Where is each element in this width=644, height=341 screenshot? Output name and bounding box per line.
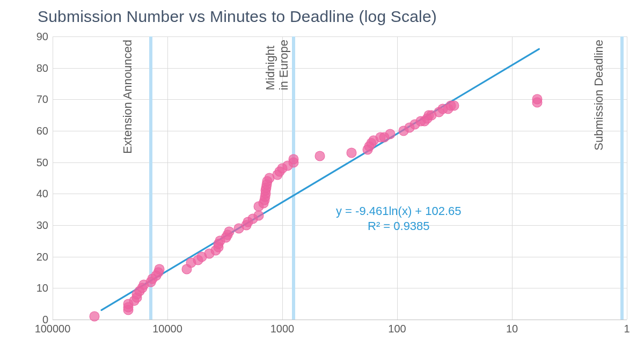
data-point — [449, 101, 459, 111]
y-axis-tick-label: 70 — [36, 93, 53, 106]
x-axis-tick-label: 1 — [624, 320, 630, 335]
chart-container: Submission Number vs Minutes to Deadline… — [0, 0, 644, 341]
gridline-vertical — [53, 36, 53, 320]
data-point — [90, 312, 100, 322]
chart-title: Submission Number vs Minutes to Deadline… — [38, 8, 437, 26]
annotation-label: Extension Announced — [121, 40, 134, 154]
gridline-vertical — [512, 36, 513, 320]
gridline-horizontal — [53, 257, 627, 257]
trend-equation-formula: y = -9.461ln(x) + 102.65 — [336, 204, 462, 219]
data-point — [224, 226, 235, 236]
data-point — [154, 264, 164, 275]
annotation-line — [620, 36, 624, 320]
gridline-horizontal — [53, 36, 627, 37]
x-axis-tick-label: 10000 — [152, 320, 182, 335]
gridline-horizontal — [53, 194, 627, 194]
annotation-label: Submission Deadline — [592, 40, 605, 151]
y-axis-tick-label: 10 — [36, 282, 53, 294]
gridline-vertical — [627, 36, 627, 320]
x-axis-tick-label: 100000 — [35, 320, 71, 335]
x-axis-tick-label: 10 — [506, 320, 518, 335]
y-axis-tick-label: 30 — [36, 219, 53, 232]
y-axis-tick-label: 80 — [36, 62, 53, 74]
annotation-line — [292, 36, 295, 320]
trendline — [53, 36, 627, 320]
gridline-vertical — [167, 36, 168, 320]
gridline-vertical — [397, 36, 398, 320]
data-point — [254, 211, 264, 221]
plot-area: Extension AnnouncedMidnightin EuropeSubm… — [53, 36, 627, 320]
gridline-horizontal — [53, 162, 627, 163]
y-axis-tick-label: 50 — [36, 156, 53, 168]
data-point — [288, 154, 298, 164]
gridline-horizontal — [53, 131, 627, 131]
y-axis-tick-label: 60 — [36, 125, 53, 137]
data-point — [385, 129, 396, 139]
x-axis-tick-label: 100 — [388, 320, 406, 335]
data-point — [315, 151, 325, 161]
data-point — [346, 148, 356, 158]
annotation-label: Midnightin Europe — [264, 40, 291, 90]
x-axis-tick-label: 1000 — [270, 320, 295, 335]
trend-equation-r2: R² = 0.9385 — [336, 219, 462, 234]
y-axis-tick-label: 90 — [36, 31, 53, 43]
y-axis-tick-label: 40 — [36, 188, 53, 200]
gridline-horizontal — [53, 68, 627, 69]
trend-equation: y = -9.461ln(x) + 102.65R² = 0.9385 — [336, 204, 462, 233]
y-axis-tick-label: 20 — [36, 250, 53, 263]
data-point — [532, 94, 543, 105]
